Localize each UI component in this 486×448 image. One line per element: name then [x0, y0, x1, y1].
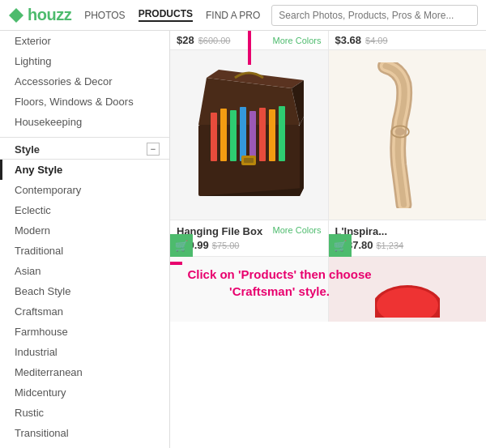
- product-1-price: $28: [177, 34, 194, 46]
- category-accessories[interactable]: Accessories & Decor: [0, 71, 169, 92]
- cart-icon-4: 🛒: [334, 240, 347, 252]
- category-floors[interactable]: Floors, Windows & Doors: [0, 92, 169, 112]
- svg-rect-12: [259, 108, 266, 161]
- cart-icon-3: 🛒: [175, 240, 188, 252]
- style-eclectic[interactable]: Eclectic: [0, 200, 169, 220]
- style-section: Style − Any Style Contemporary Eclectic …: [0, 137, 169, 448]
- product-2-price: $3.68: [335, 34, 362, 46]
- product-label-row: Hanging File Box $59.99 $75.00 More Colo…: [170, 220, 486, 257]
- product-3-more-colors[interactable]: More Colors: [273, 225, 322, 235]
- category-housekeeping[interactable]: Housekeeping: [0, 112, 169, 132]
- style-contemporary[interactable]: Contemporary: [0, 180, 169, 200]
- style-rustic[interactable]: Rustic: [0, 403, 169, 423]
- style-any[interactable]: Any Style: [0, 160, 169, 180]
- product-4-price-old: $1,234: [377, 241, 404, 250]
- svg-rect-10: [240, 107, 246, 161]
- style-industrial[interactable]: Industrial: [0, 342, 169, 362]
- style-craftsman[interactable]: Craftsman: [0, 301, 169, 322]
- style-transitional[interactable]: Transitional: [0, 423, 169, 443]
- logo[interactable]: houzz: [8, 6, 71, 24]
- product-3-cart-btn[interactable]: 🛒: [170, 234, 193, 257]
- main: Exterior Lighting Accessories & Decor Fl…: [0, 31, 486, 448]
- style-modern[interactable]: Modern: [0, 220, 169, 241]
- style-beach[interactable]: Beach Style: [0, 281, 169, 301]
- product-2-price-old: $4.09: [365, 36, 388, 45]
- svg-rect-9: [230, 110, 237, 161]
- style-mediterranean[interactable]: Mediterranean: [0, 362, 169, 382]
- product-1-price-old: $600.00: [198, 36, 231, 45]
- product-1-cell: [170, 50, 329, 220]
- nav: PHOTOS PRODUCTS FIND A PRO: [84, 8, 260, 22]
- product-5-cell: [170, 257, 329, 322]
- product-1-more-colors[interactable]: More Colors: [273, 36, 322, 45]
- product-3-price-old: $75.00: [212, 241, 240, 250]
- product-3-info: Hanging File Box $59.99 $75.00 More Colo…: [170, 220, 329, 256]
- nav-find-a-pro[interactable]: FIND A PRO: [206, 10, 260, 21]
- svg-rect-8: [220, 109, 227, 161]
- style-collapse-icon[interactable]: −: [147, 143, 160, 156]
- svg-marker-5: [300, 117, 304, 196]
- product-4-name: L'Inspira...: [335, 225, 480, 237]
- svg-rect-13: [269, 109, 275, 161]
- style-farmhouse[interactable]: Farmhouse: [0, 322, 169, 342]
- nav-products[interactable]: PRODUCTS: [139, 8, 193, 22]
- product-row-1: [170, 50, 486, 220]
- category-lighting[interactable]: Lighting: [0, 51, 169, 71]
- style-traditional[interactable]: Traditional: [0, 241, 169, 261]
- sidebar: Exterior Lighting Accessories & Decor Fl…: [0, 31, 170, 448]
- style-asian[interactable]: Asian: [0, 261, 169, 281]
- logo-icon: [8, 7, 24, 23]
- search-input[interactable]: [271, 5, 478, 26]
- style-midcentury[interactable]: Midcentury: [0, 382, 169, 403]
- svg-rect-16: [244, 158, 254, 163]
- file-box-image: [186, 68, 312, 202]
- svg-point-18: [394, 128, 405, 135]
- style-tropical[interactable]: Tropical: [0, 443, 169, 448]
- content: $28 $600.00 More Colors $3.68 $4.09: [170, 31, 486, 448]
- svg-rect-14: [279, 106, 285, 161]
- style-section-header: Style −: [0, 137, 169, 160]
- category-exterior[interactable]: Exterior: [0, 31, 169, 51]
- svg-rect-7: [211, 113, 217, 161]
- nav-photos[interactable]: PHOTOS: [84, 10, 125, 21]
- product-1-top: $28 $600.00 More Colors: [170, 31, 329, 49]
- table-image: [359, 62, 456, 208]
- header: houzz PHOTOS PRODUCTS FIND A PRO: [0, 0, 486, 31]
- top-price-row: $28 $600.00 More Colors $3.68 $4.09: [170, 31, 486, 50]
- svg-rect-11: [249, 111, 256, 161]
- product-2-cell: [329, 50, 487, 220]
- product-6-cell: [329, 257, 487, 322]
- style-section-title: Style: [15, 143, 40, 156]
- product-4-cart-btn[interactable]: 🛒: [329, 234, 352, 257]
- product-row-2: [170, 257, 486, 322]
- logo-text: houzz: [28, 6, 71, 24]
- product-4-info: L'Inspira... $987.80 $1,234 🛒: [329, 220, 487, 256]
- svg-marker-0: [9, 8, 23, 23]
- product-2-top: $3.68 $4.09: [329, 31, 487, 49]
